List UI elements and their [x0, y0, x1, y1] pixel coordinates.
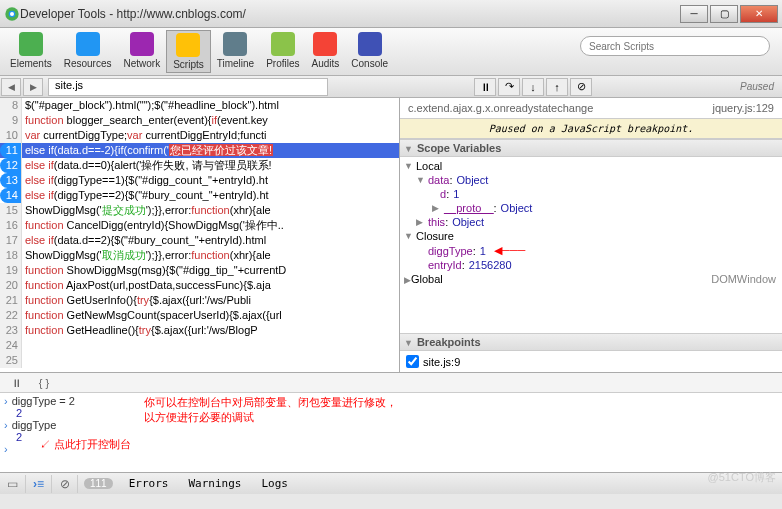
line-number[interactable]: 14	[0, 188, 22, 203]
breakpoint-item[interactable]: site.js:9	[402, 353, 780, 370]
scope-global[interactable]: ▶GlobalDOMWindow	[400, 272, 782, 286]
line-number[interactable]: 21	[0, 293, 22, 308]
paused-label: Paused	[740, 81, 774, 92]
code-line[interactable]: 10var currentDiggType;var currentDiggEnt…	[0, 128, 399, 143]
scope-local[interactable]: ▼Local	[400, 159, 782, 173]
scope-variables-header[interactable]: Scope Variables	[400, 139, 782, 157]
step-out-button[interactable]: ↑	[546, 78, 568, 96]
code-line[interactable]: 20function AjaxPost(url,postData,success…	[0, 278, 399, 293]
step-into-button[interactable]: ↓	[522, 78, 544, 96]
code-line[interactable]: 14else if(diggType==2){$("#bury_count_"+…	[0, 188, 399, 203]
code-line[interactable]: 13else if(diggType==1){$("#digg_count_"+…	[0, 173, 399, 188]
line-number[interactable]: 23	[0, 323, 22, 338]
breakpoint-checkbox[interactable]	[406, 355, 419, 368]
sub-toolbar: ◀ ▶ site.js ⏸ ↷ ↓ ↑ ⊘ Paused	[0, 76, 782, 98]
message-count[interactable]: 111	[84, 478, 113, 489]
stack-frame: c.extend.ajax.g.x.onreadystatechange	[408, 102, 593, 114]
line-number[interactable]: 24	[0, 338, 22, 353]
clear-button[interactable]: ⊘	[52, 475, 78, 493]
line-number[interactable]: 19	[0, 263, 22, 278]
line-number[interactable]: 8	[0, 98, 22, 113]
line-number[interactable]: 16	[0, 218, 22, 233]
dock-button[interactable]: ▭	[0, 475, 26, 493]
scope-d[interactable]: d:1	[400, 187, 782, 201]
code-line[interactable]: 24	[0, 338, 399, 353]
code-line[interactable]: 22function GetNewMsgCount(spacerUserId){…	[0, 308, 399, 323]
code-panel[interactable]: 8$("#pager_block").html("");$("#headline…	[0, 98, 400, 372]
line-number[interactable]: 25	[0, 353, 22, 368]
pause-icon[interactable]: ⏸	[4, 375, 28, 391]
search-box	[580, 36, 770, 56]
window-titlebar: Developer Tools - http://www.cnblogs.com…	[0, 0, 782, 28]
line-number[interactable]: 12	[0, 158, 22, 173]
line-number[interactable]: 18	[0, 248, 22, 263]
tab-scripts[interactable]: Scripts	[166, 30, 211, 73]
audits-icon	[313, 32, 337, 56]
scope-data[interactable]: ▼data:Object	[400, 173, 782, 187]
window-title: Developer Tools - http://www.cnblogs.com…	[20, 7, 678, 21]
svg-point-2	[10, 12, 14, 16]
tab-elements[interactable]: Elements	[4, 30, 58, 73]
annotation-arrow-icon: ◀───	[494, 244, 525, 257]
code-line[interactable]: 19function ShowDiggMsg(msg){$("#digg_tip…	[0, 263, 399, 278]
tab-console[interactable]: Console	[345, 30, 394, 73]
stack-location: jquery.js:129	[712, 102, 774, 114]
profiles-icon	[271, 32, 295, 56]
elements-icon	[19, 32, 43, 56]
code-line[interactable]: 15ShowDiggMsg('提交成功');}},error:function(…	[0, 203, 399, 218]
network-icon	[130, 32, 154, 56]
line-number[interactable]: 13	[0, 173, 22, 188]
line-number[interactable]: 20	[0, 278, 22, 293]
watermark: @51CTO博客	[708, 470, 776, 485]
warnings-filter[interactable]: Warnings	[188, 477, 241, 490]
show-console-button[interactable]: ›≡	[26, 475, 52, 493]
tab-network[interactable]: Network	[118, 30, 167, 73]
console-panel: ⏸ { } ›diggType = 2 2 ›diggType 2 › 你可以在…	[0, 372, 782, 472]
logs-filter[interactable]: Logs	[261, 477, 288, 490]
close-button[interactable]: ✕	[740, 5, 778, 23]
scope-entryid[interactable]: entryId:2156280	[400, 258, 782, 272]
scope-diggtype[interactable]: diggType:1◀───	[400, 243, 782, 258]
maximize-button[interactable]: ▢	[710, 5, 738, 23]
code-line[interactable]: 11else if(data.d==-2){if(confirm('您已经评价过…	[0, 143, 399, 158]
code-line[interactable]: 8$("#pager_block").html("");$("#headline…	[0, 98, 399, 113]
errors-filter[interactable]: Errors	[129, 477, 169, 490]
code-line[interactable]: 12else if(data.d==0){alert('操作失败, 请与管理员联…	[0, 158, 399, 173]
main-toolbar: ElementsResourcesNetworkScriptsTimelineP…	[0, 28, 782, 76]
line-number[interactable]: 10	[0, 128, 22, 143]
tab-timeline[interactable]: Timeline	[211, 30, 260, 73]
nav-forward-button[interactable]: ▶	[23, 78, 43, 96]
console-icon	[358, 32, 382, 56]
nav-back-button[interactable]: ◀	[1, 78, 21, 96]
scope-closure[interactable]: ▼Closure	[400, 229, 782, 243]
step-over-button[interactable]: ↷	[498, 78, 520, 96]
search-input[interactable]	[580, 36, 770, 56]
breakpoints-header[interactable]: Breakpoints	[400, 333, 782, 351]
braces-icon[interactable]: { }	[32, 375, 56, 391]
call-stack[interactable]: c.extend.ajax.g.x.onreadystatechange jqu…	[400, 98, 782, 119]
scope-panel: c.extend.ajax.g.x.onreadystatechange jqu…	[400, 98, 782, 372]
code-line[interactable]: 25	[0, 353, 399, 368]
code-line[interactable]: 21function GetUserInfo(){try{$.ajax({url…	[0, 293, 399, 308]
code-line[interactable]: 18ShowDiggMsg('取消成功');}},error:function(…	[0, 248, 399, 263]
line-number[interactable]: 17	[0, 233, 22, 248]
tab-resources[interactable]: Resources	[58, 30, 118, 73]
line-number[interactable]: 11	[0, 143, 22, 158]
scope-this[interactable]: ▶this:Object	[400, 215, 782, 229]
code-line[interactable]: 23function GetHeadline(){try{$.ajax({url…	[0, 323, 399, 338]
line-number[interactable]: 9	[0, 113, 22, 128]
pause-button[interactable]: ⏸	[474, 78, 496, 96]
file-selector[interactable]: site.js	[48, 78, 328, 96]
scope-proto[interactable]: ▶__proto__:Object	[400, 201, 782, 215]
code-line[interactable]: 17else if(data.d==2){$("#bury_count_"+en…	[0, 233, 399, 248]
tab-profiles[interactable]: Profiles	[260, 30, 305, 73]
breakpoint-message: Paused on a JavaScript breakpoint.	[400, 119, 782, 139]
minimize-button[interactable]: ─	[680, 5, 708, 23]
code-line[interactable]: 9function blogger_search_enter(event){if…	[0, 113, 399, 128]
code-line[interactable]: 16function CancelDigg(entryId){ShowDiggM…	[0, 218, 399, 233]
line-number[interactable]: 22	[0, 308, 22, 323]
tab-audits[interactable]: Audits	[306, 30, 346, 73]
line-number[interactable]: 15	[0, 203, 22, 218]
deactivate-breakpoints-button[interactable]: ⊘	[570, 78, 592, 96]
chrome-icon	[4, 6, 20, 22]
